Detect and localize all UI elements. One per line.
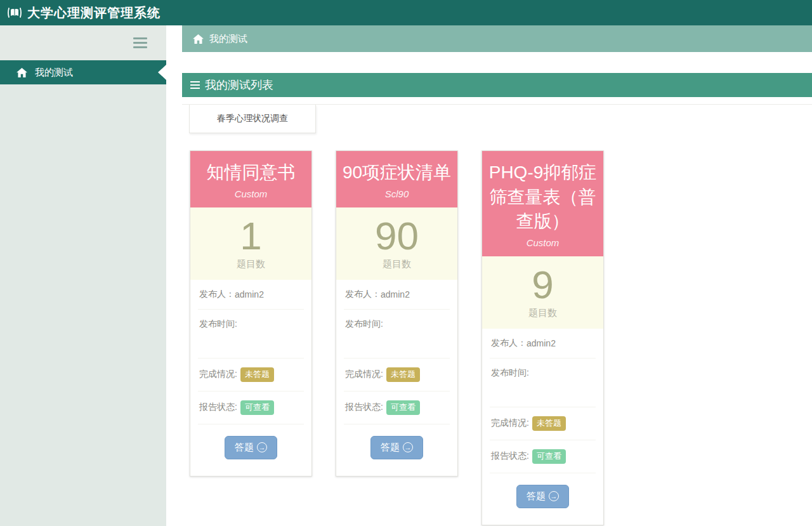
- main-content: 我的测试 我的测试列表 春季心理状况调查 知情同意书 Custom 1 题目数 …: [166, 25, 812, 526]
- publisher-row: 发布人：admin2: [198, 280, 304, 310]
- question-count: 90: [336, 215, 457, 256]
- panel-header: 我的测试列表: [182, 73, 812, 97]
- question-count-label: 题目数: [190, 258, 311, 270]
- completion-label: 完成情况:: [491, 418, 529, 429]
- report-status-badge: 可查看: [386, 400, 420, 415]
- card-action: 答题 →: [336, 424, 457, 476]
- test-card-list: 知情同意书 Custom 1 题目数 发布人：admin2 发布时间: 完成情况…: [190, 150, 812, 525]
- publisher-row: 发布人：admin2: [490, 329, 596, 358]
- publish-time-label: 发布时间:: [199, 319, 237, 330]
- card-header: 知情同意书 Custom: [190, 151, 311, 207]
- report-status-badge: 可查看: [240, 400, 274, 415]
- completion-row: 完成情况: 未答题: [490, 407, 596, 440]
- completion-label: 完成情况:: [199, 369, 237, 380]
- report-status-badge: 可查看: [532, 449, 566, 464]
- breadcrumb-home-icon: [193, 34, 204, 44]
- completion-status-badge: 未答题: [532, 416, 566, 431]
- answer-button[interactable]: 答题 →: [225, 436, 277, 459]
- publisher-value: admin2: [235, 289, 264, 299]
- list-menu-icon: [190, 79, 200, 91]
- sidebar: 我的测试: [0, 25, 166, 526]
- card-header: PHQ-9抑郁症筛查量表（普查版） Custom: [482, 151, 603, 256]
- question-count-block: 90 题目数: [336, 207, 457, 280]
- test-title: 90项症状清单: [341, 161, 452, 185]
- test-card: PHQ-9抑郁症筛查量表（普查版） Custom 9 题目数 发布人：admin…: [481, 150, 604, 525]
- question-count-label: 题目数: [336, 258, 457, 270]
- sidebar-top: [0, 25, 166, 60]
- test-type: Custom: [195, 188, 306, 199]
- home-icon: [16, 68, 27, 77]
- question-count: 1: [190, 215, 311, 256]
- tab-label: 春季心理状况调查: [217, 113, 288, 124]
- card-info: 发布人：admin2 发布时间: 完成情况: 未答题 报告状态: 可查看: [482, 329, 603, 473]
- sidebar-item-label: 我的测试: [35, 67, 73, 79]
- answer-button[interactable]: 答题 →: [370, 436, 423, 459]
- report-row: 报告状态: 可查看: [344, 391, 450, 424]
- app-title: 大学心理测评管理系统: [27, 4, 160, 22]
- question-count-block: 9 题目数: [482, 256, 603, 329]
- card-action: 答题 →: [482, 473, 603, 525]
- answer-button[interactable]: 答题 →: [516, 485, 569, 508]
- publish-time-row: 发布时间:: [490, 358, 596, 407]
- publisher-label: 发布人：: [345, 289, 381, 300]
- completion-row: 完成情况: 未答题: [198, 358, 304, 391]
- report-row: 报告状态: 可查看: [198, 391, 304, 424]
- completion-status-badge: 未答题: [386, 367, 420, 382]
- report-label: 报告状态:: [199, 402, 237, 413]
- arrow-right-circle-icon: →: [403, 442, 413, 452]
- breadcrumb: 我的测试: [182, 25, 812, 52]
- arrow-right-circle-icon: →: [549, 491, 559, 501]
- active-item-notch: [158, 65, 166, 80]
- tab-strip: 春季心理状况调查: [182, 104, 812, 133]
- publisher-label: 发布人：: [199, 289, 235, 300]
- question-count-block: 1 题目数: [190, 207, 311, 280]
- panel-title: 我的测试列表: [205, 77, 273, 93]
- answer-button-label: 答题: [381, 442, 400, 454]
- test-title: PHQ-9抑郁症筛查量表（普查版）: [487, 161, 598, 234]
- sidebar-toggle-hamburger-icon[interactable]: [133, 35, 147, 51]
- publisher-value: admin2: [381, 289, 410, 299]
- tab-spring-survey[interactable]: 春季心理状况调查: [189, 105, 316, 133]
- answer-button-label: 答题: [235, 442, 254, 454]
- test-card: 知情同意书 Custom 1 题目数 发布人：admin2 发布时间: 完成情况…: [190, 150, 312, 477]
- completion-status-badge: 未答题: [240, 367, 274, 382]
- card-header: 90项症状清单 Scl90: [336, 151, 457, 207]
- publish-time-label: 发布时间:: [345, 319, 383, 330]
- test-card: 90项症状清单 Scl90 90 题目数 发布人：admin2 发布时间: 完成…: [336, 150, 458, 477]
- publisher-label: 发布人：: [491, 338, 527, 349]
- sidebar-item-my-tests[interactable]: 我的测试: [0, 60, 166, 84]
- breadcrumb-current[interactable]: 我的测试: [209, 33, 247, 45]
- card-info: 发布人：admin2 发布时间: 完成情况: 未答题 报告状态: 可查看: [336, 280, 457, 424]
- report-label: 报告状态:: [345, 402, 383, 413]
- publish-time-row: 发布时间:: [344, 310, 450, 358]
- arrow-right-circle-icon: →: [257, 442, 267, 452]
- publisher-row: 发布人：admin2: [344, 280, 450, 310]
- report-row: 报告状态: 可查看: [490, 440, 596, 473]
- test-type: Custom: [487, 237, 598, 248]
- publisher-value: admin2: [527, 338, 556, 348]
- completion-label: 完成情况:: [345, 369, 383, 380]
- app-header: 大学心理测评管理系统: [0, 0, 812, 25]
- test-type: Scl90: [341, 188, 452, 199]
- answer-button-label: 答题: [527, 490, 546, 503]
- app-logo-book-icon: [6, 4, 23, 21]
- publish-time-label: 发布时间:: [491, 367, 529, 379]
- completion-row: 完成情况: 未答题: [344, 358, 450, 391]
- question-count-label: 题目数: [482, 307, 603, 319]
- test-title: 知情同意书: [195, 161, 306, 185]
- question-count: 9: [482, 264, 603, 305]
- card-info: 发布人：admin2 发布时间: 完成情况: 未答题 报告状态: 可查看: [190, 280, 311, 424]
- card-action: 答题 →: [190, 424, 311, 476]
- publish-time-row: 发布时间:: [198, 310, 304, 358]
- report-label: 报告状态:: [491, 450, 529, 462]
